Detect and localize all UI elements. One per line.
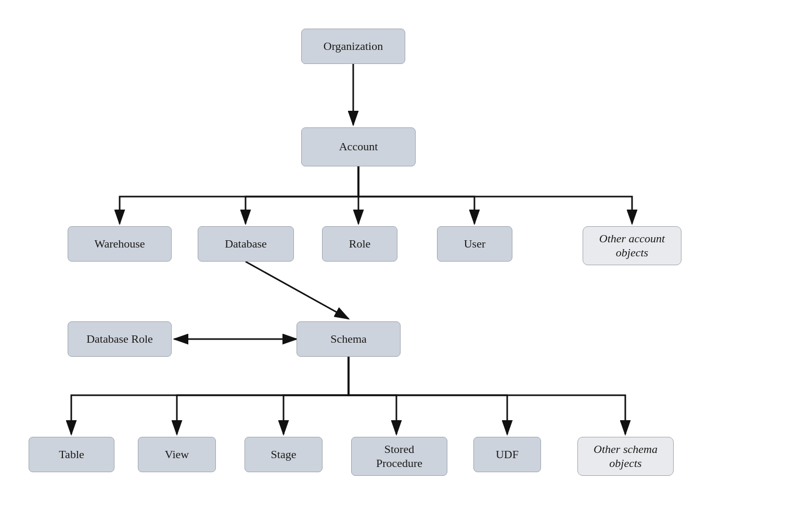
node-database-role: Database Role [68, 321, 172, 357]
node-udf: UDF [473, 437, 541, 472]
node-account: Account [301, 127, 416, 166]
node-user: User [437, 226, 512, 262]
node-stage: Stage [244, 437, 323, 472]
node-role: Role [322, 226, 397, 262]
node-organization: Organization [301, 29, 405, 64]
svg-line-4 [246, 262, 349, 319]
node-warehouse: Warehouse [68, 226, 172, 262]
diagram-container: Organization Account Warehouse Database … [0, 0, 811, 532]
node-other-account: Other accountobjects [583, 226, 681, 265]
node-other-schema: Other schemaobjects [577, 437, 674, 476]
node-view: View [138, 437, 216, 472]
node-database: Database [198, 226, 294, 262]
node-stored-procedure: StoredProcedure [351, 437, 447, 476]
node-table: Table [29, 437, 114, 472]
node-schema: Schema [297, 321, 401, 357]
